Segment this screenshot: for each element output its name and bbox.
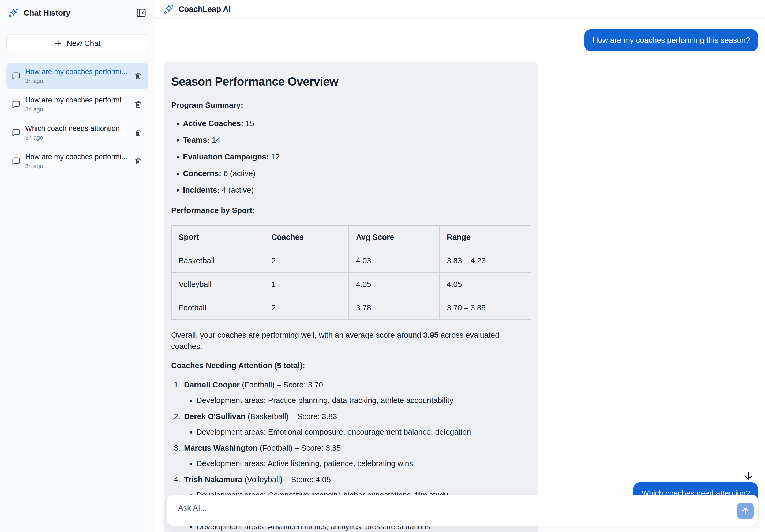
chat-item-title: How are my coaches performi... xyxy=(25,96,129,104)
trash-icon xyxy=(134,129,143,137)
chat-bubble-icon xyxy=(11,100,21,109)
user-message-text: How are my coaches performing this seaso… xyxy=(592,36,750,44)
scroll-to-bottom-button[interactable] xyxy=(742,470,754,482)
summary-item: Incidents: 4 (active) xyxy=(183,184,531,196)
attention-heading: Coaches Needing Attention (5 total): xyxy=(171,360,531,371)
chat-area: How are my coaches performing this seaso… xyxy=(155,19,765,532)
chat-item-title: How are my coaches performi... xyxy=(25,153,129,161)
table-header: Range xyxy=(439,225,531,249)
chat-list: How are my coaches performi... 3h ago Ho… xyxy=(0,63,155,177)
overall-summary: Overall, your coaches are performing wel… xyxy=(171,330,531,352)
chat-bubble-icon xyxy=(11,128,21,137)
coach-item: Derek O'Sullivan (Basketball) – Score: 3… xyxy=(182,411,531,437)
send-icon xyxy=(741,506,750,516)
main-panel: CoachLeap AI How are my coaches performi… xyxy=(155,0,765,532)
delete-chat-button[interactable] xyxy=(133,128,144,138)
chat-history-item[interactable]: Which coach needs attiontion 3h ago xyxy=(6,120,148,145)
chat-item-time: 3h ago xyxy=(25,78,129,85)
table-header: Coaches xyxy=(264,225,349,249)
summary-item: Active Coaches: 15 xyxy=(183,118,531,129)
program-summary-heading: Program Summary: xyxy=(171,100,531,111)
development-areas: Development areas: Active listening, pat… xyxy=(196,458,531,469)
delete-chat-button[interactable] xyxy=(133,156,144,166)
chat-history-item[interactable]: How are my coaches performi... 3h ago xyxy=(6,148,148,174)
performance-heading: Performance by Sport: xyxy=(171,205,531,216)
plus-icon xyxy=(54,39,62,47)
performance-table: Sport Coaches Avg Score Range Basketball… xyxy=(171,225,531,320)
chat-history-item[interactable]: How are my coaches performi... 3h ago xyxy=(6,63,148,89)
summary-item: Concerns: 6 (active) xyxy=(183,168,531,179)
new-chat-button[interactable]: New Chat xyxy=(6,34,148,53)
chat-item-time: 3h ago xyxy=(25,134,129,141)
app-title: CoachLeap AI xyxy=(178,5,231,14)
chat-item-time: 3h ago xyxy=(25,163,129,170)
collapse-sidebar-button[interactable] xyxy=(136,7,147,18)
scroll-down-icon xyxy=(743,470,754,481)
send-button[interactable] xyxy=(737,503,754,519)
table-row: Football 2 3.78 3.70 – 3.85 xyxy=(172,296,531,320)
program-summary-list: Active Coaches: 15 Teams: 14 Evaluation … xyxy=(171,118,531,195)
summary-item: Teams: 14 xyxy=(183,134,531,145)
chat-item-title: Which coach needs attiontion xyxy=(25,125,129,133)
summary-item: Evaluation Campaigns: 12 xyxy=(183,151,531,162)
development-areas: Development areas: Practice planning, da… xyxy=(196,395,531,406)
coach-item: Darnell Cooper (Football) – Score: 3.70 … xyxy=(182,379,531,406)
coach-item: Marcus Washington (Football) – Score: 3.… xyxy=(182,442,531,469)
table-header-row: Sport Coaches Avg Score Range xyxy=(172,225,531,249)
assistant-message-card: Season Performance Overview Program Summ… xyxy=(164,62,538,532)
chat-item-time: 3h ago xyxy=(25,106,129,113)
composer-bar xyxy=(166,494,759,526)
table-header: Avg Score xyxy=(349,225,439,249)
collapse-sidebar-icon xyxy=(136,7,147,18)
assistant-card-title: Season Performance Overview xyxy=(171,73,531,90)
chat-history-item[interactable]: How are my coaches performi... 3h ago xyxy=(6,92,148,117)
sidebar-header: Chat History xyxy=(0,0,155,26)
chat-bubble-icon xyxy=(11,156,21,166)
sidebar-title: Chat History xyxy=(24,8,131,17)
table-header: Sport xyxy=(172,225,264,249)
table-row: Basketball 2 4.03 3.83 – 4.23 xyxy=(172,249,531,272)
trash-icon xyxy=(134,157,143,165)
delete-chat-button[interactable] xyxy=(133,71,144,81)
chat-history-sidebar: Chat History New Chat xyxy=(0,0,155,532)
new-chat-label: New Chat xyxy=(66,39,100,48)
trash-icon xyxy=(134,72,143,80)
sparkle-icon xyxy=(8,8,19,18)
table-row: Volleyball 1 4.05 4.05 xyxy=(172,272,531,296)
chat-bubble-icon xyxy=(11,71,21,81)
ask-ai-input[interactable] xyxy=(167,495,758,526)
user-message-bubble: How are my coaches performing this seaso… xyxy=(584,29,758,51)
development-areas: Development areas: Emotional composure, … xyxy=(196,426,531,437)
app-header: CoachLeap AI xyxy=(155,0,765,19)
chat-item-title: How are my coaches performi... xyxy=(25,68,129,76)
trash-icon xyxy=(134,100,143,109)
delete-chat-button[interactable] xyxy=(133,99,144,110)
sparkle-icon xyxy=(163,4,174,14)
